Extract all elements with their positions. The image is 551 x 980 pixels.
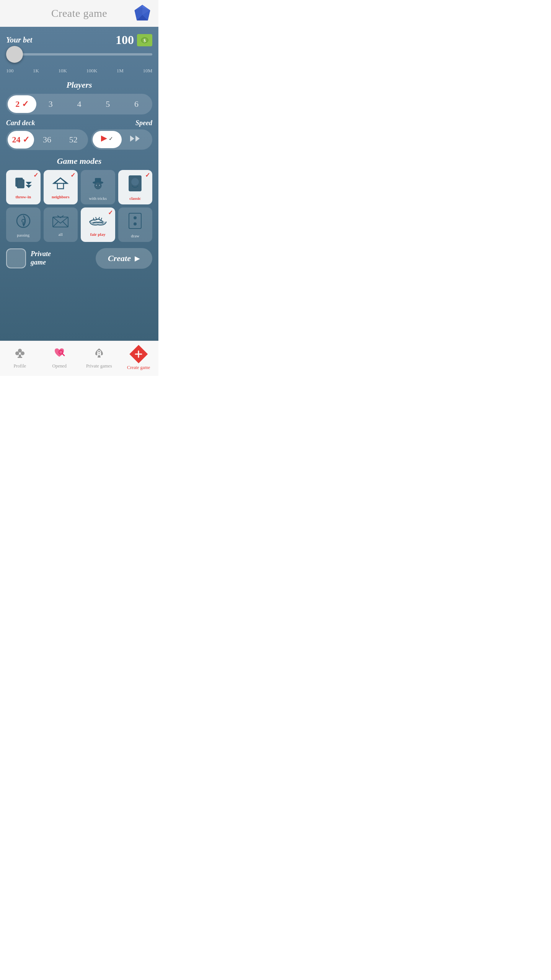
with-tricks-icon xyxy=(90,175,106,194)
game-modes-grid: ✓ throw-in ✓ n xyxy=(6,170,152,242)
nav-label-profile: Profile xyxy=(13,363,26,369)
bet-section: Your bet 100 $ xyxy=(6,33,152,47)
classic-label: classic xyxy=(129,196,141,201)
slider-label-1k: 1K xyxy=(33,68,39,74)
speed-label: Speed xyxy=(91,119,152,127)
slider-labels: 100 1K 10K 100K 1M 10M xyxy=(6,68,152,74)
svg-point-45 xyxy=(15,351,19,355)
svg-marker-12 xyxy=(130,136,134,142)
svg-text:$: $ xyxy=(143,38,146,43)
draw-label: draw xyxy=(131,234,139,238)
speed-option-fast[interactable] xyxy=(122,131,151,148)
passing-icon xyxy=(16,213,31,231)
passing-label: passing xyxy=(17,233,29,237)
bottom-action-row: Privategame Create ▶ xyxy=(6,248,152,269)
slider-label-1m: 1M xyxy=(117,68,124,74)
mode-throw-in[interactable]: ✓ throw-in xyxy=(6,170,41,204)
players-option-2[interactable]: 2 ✓ xyxy=(8,95,36,113)
bet-slider-container[interactable]: 100 1K 10K 100K 1M 10M xyxy=(6,50,152,74)
neighbors-icon xyxy=(52,176,69,193)
coin-icon: $ xyxy=(137,34,152,46)
svg-marker-16 xyxy=(26,182,32,185)
mode-draw[interactable]: draw xyxy=(118,207,153,242)
svg-point-31 xyxy=(22,219,25,222)
deck-selector: 24 ✓ 36 52 xyxy=(6,129,88,150)
mode-neighbors[interactable]: ✓ neighbors xyxy=(44,170,78,204)
throw-in-icon xyxy=(15,176,32,193)
throw-in-checkmark: ✓ xyxy=(33,172,38,179)
draw-icon xyxy=(128,212,142,232)
create-game-nav-icon xyxy=(129,345,148,363)
bet-slider[interactable] xyxy=(6,53,152,56)
create-button-arrow-icon: ▶ xyxy=(135,254,140,263)
svg-marker-13 xyxy=(135,136,140,142)
profile-nav-icon xyxy=(14,347,26,362)
svg-point-52 xyxy=(98,353,99,354)
deck-speed-row: Card deck 24 ✓ 36 52 Speed ✓ xyxy=(6,119,152,150)
players-selector: 2 ✓ 3 4 5 6 xyxy=(6,94,152,114)
svg-rect-27 xyxy=(95,185,101,186)
private-games-nav-icon xyxy=(93,347,105,362)
mode-classic[interactable]: ✓ classic xyxy=(118,170,153,204)
players-title: Players xyxy=(6,80,152,90)
players-option-6[interactable]: 6 xyxy=(122,95,151,113)
neighbors-checkmark: ✓ xyxy=(70,172,75,179)
slider-label-10m: 10M xyxy=(143,68,152,74)
fair-play-icon xyxy=(89,214,107,230)
svg-point-42 xyxy=(134,216,137,219)
speed-selector: ✓ xyxy=(91,129,152,150)
bet-value: 100 xyxy=(116,33,134,47)
svg-line-50 xyxy=(62,354,64,356)
players-option-5[interactable]: 5 xyxy=(93,95,122,113)
classic-checkmark: ✓ xyxy=(145,172,150,179)
create-button-label: Create xyxy=(108,253,131,263)
players-option-4[interactable]: 4 xyxy=(65,95,94,113)
mode-with-tricks[interactable]: with tricks xyxy=(81,170,115,204)
speed-option-normal[interactable]: ✓ xyxy=(93,131,122,148)
classic-icon xyxy=(128,175,142,194)
nav-item-private-games[interactable]: Private games xyxy=(79,347,119,369)
create-button[interactable]: Create ▶ xyxy=(96,248,152,269)
players-option-3[interactable]: 3 xyxy=(36,95,65,113)
all-label: all xyxy=(59,232,63,237)
deck-col: Card deck 24 ✓ 36 52 xyxy=(6,119,91,150)
slider-label-10k: 10K xyxy=(58,68,67,74)
mode-all[interactable]: all xyxy=(44,207,78,242)
svg-line-20 xyxy=(54,178,60,183)
svg-rect-15 xyxy=(17,180,24,188)
with-tricks-label: with tricks xyxy=(89,196,107,201)
deck-option-36[interactable]: 36 xyxy=(34,131,60,149)
opened-nav-icon xyxy=(53,347,65,362)
all-icon xyxy=(52,214,69,230)
deck-option-24[interactable]: 24 ✓ xyxy=(8,131,34,149)
bet-value-container: 100 $ xyxy=(116,33,152,47)
svg-line-33 xyxy=(53,222,58,227)
private-game-section: Privategame xyxy=(6,248,51,268)
throw-in-label: throw-in xyxy=(15,194,31,199)
svg-marker-17 xyxy=(26,185,32,188)
svg-line-21 xyxy=(60,178,67,183)
nav-item-create-game[interactable]: Create game xyxy=(119,345,159,371)
svg-point-46 xyxy=(21,351,24,355)
mode-passing[interactable]: passing xyxy=(6,207,41,242)
svg-point-29 xyxy=(131,178,139,186)
fair-play-checkmark: ✓ xyxy=(108,209,113,216)
nav-label-opened: Opened xyxy=(52,363,67,369)
game-modes-title: Game modes xyxy=(6,156,152,166)
private-game-checkbox[interactable] xyxy=(6,248,26,268)
neighbors-label: neighbors xyxy=(52,194,69,199)
bet-label: Your bet xyxy=(6,36,32,44)
bottom-nav: Profile Opened Private games xyxy=(0,341,158,376)
header: Create game xyxy=(0,0,158,27)
nav-item-profile[interactable]: Profile xyxy=(0,347,40,369)
svg-point-43 xyxy=(134,222,137,225)
svg-rect-48 xyxy=(18,357,22,358)
mode-fair-play[interactable]: ✓ fair play xyxy=(81,207,115,242)
nav-label-create-game: Create game xyxy=(127,365,150,371)
svg-rect-41 xyxy=(129,213,141,229)
deck-option-52[interactable]: 52 xyxy=(60,131,86,149)
page-title: Create game xyxy=(51,7,107,20)
nav-label-private-games: Private games xyxy=(86,363,112,369)
main-content: Your bet 100 $ 100 1K 10K 100K 1M 10M Pl… xyxy=(0,27,158,341)
nav-item-opened[interactable]: Opened xyxy=(40,347,80,369)
